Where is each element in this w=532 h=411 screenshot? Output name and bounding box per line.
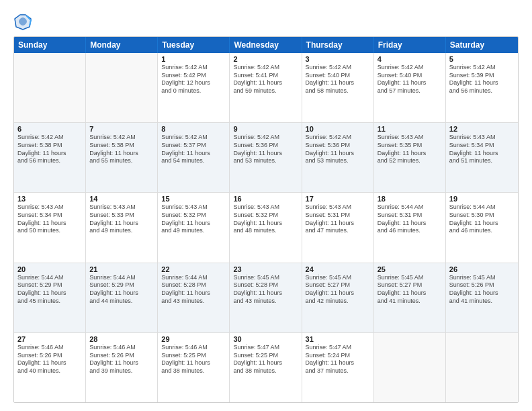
cell-line: and 41 minutes. xyxy=(378,298,442,306)
calendar-row: 20Sunrise: 5:44 AMSunset: 5:29 PMDayligh… xyxy=(14,263,518,333)
cell-line: and 53 minutes. xyxy=(306,157,370,165)
day-cell-25: 25Sunrise: 5:45 AMSunset: 5:27 PMDayligh… xyxy=(374,263,446,332)
cell-line: Sunset: 5:31 PM xyxy=(306,212,370,220)
cell-line: and 58 minutes. xyxy=(306,87,370,95)
cell-line: Sunrise: 5:43 AM xyxy=(17,203,82,212)
page: SundayMondayTuesdayWednesdayThursdayFrid… xyxy=(0,0,532,411)
cell-line: Daylight: 11 hours xyxy=(378,79,442,87)
header-day-thursday: Thursday xyxy=(302,37,374,53)
cell-line: and 52 minutes. xyxy=(378,157,442,165)
cell-line: and 56 minutes. xyxy=(449,87,515,95)
day-cell-31: 31Sunrise: 5:47 AMSunset: 5:24 PMDayligh… xyxy=(302,333,374,402)
cell-line: Sunset: 5:28 PM xyxy=(161,281,226,289)
cell-line: Sunset: 5:34 PM xyxy=(449,142,515,150)
day-cell-30: 30Sunrise: 5:47 AMSunset: 5:25 PMDayligh… xyxy=(230,333,302,402)
cell-line: Daylight: 11 hours xyxy=(233,220,298,228)
calendar: SundayMondayTuesdayWednesdayThursdayFrid… xyxy=(13,36,519,403)
cell-line: Sunrise: 5:43 AM xyxy=(306,203,370,212)
cell-line: Sunrise: 5:47 AM xyxy=(306,344,370,352)
day-cell-28: 28Sunrise: 5:46 AMSunset: 5:26 PMDayligh… xyxy=(86,333,158,402)
cell-line: Daylight: 11 hours xyxy=(89,150,154,158)
day-number: 4 xyxy=(378,55,442,63)
day-number: 19 xyxy=(449,195,515,203)
cell-line: Sunset: 5:25 PM xyxy=(233,352,298,360)
cell-line: Sunset: 5:42 PM xyxy=(161,72,226,80)
cell-line: Daylight: 11 hours xyxy=(306,150,370,158)
day-number: 3 xyxy=(306,55,370,63)
cell-line: Daylight: 11 hours xyxy=(449,150,515,158)
day-number: 1 xyxy=(161,55,226,63)
day-cell-18: 18Sunrise: 5:44 AMSunset: 5:31 PMDayligh… xyxy=(374,193,446,262)
cell-line: Sunset: 5:38 PM xyxy=(89,142,154,150)
cell-line: Sunrise: 5:46 AM xyxy=(17,344,82,352)
cell-line: Sunrise: 5:44 AM xyxy=(161,274,226,282)
day-number: 13 xyxy=(17,195,82,203)
cell-line: Sunrise: 5:43 AM xyxy=(378,134,442,142)
day-number: 2 xyxy=(233,55,298,63)
day-cell-22: 22Sunrise: 5:44 AMSunset: 5:28 PMDayligh… xyxy=(158,263,230,332)
cell-line: Sunrise: 5:46 AM xyxy=(89,344,154,352)
day-cell-20: 20Sunrise: 5:44 AMSunset: 5:29 PMDayligh… xyxy=(14,263,86,332)
day-cell-23: 23Sunrise: 5:45 AMSunset: 5:28 PMDayligh… xyxy=(230,263,302,332)
cell-line: and 39 minutes. xyxy=(89,367,154,375)
cell-line: Daylight: 11 hours xyxy=(17,220,82,228)
cell-line: Sunrise: 5:42 AM xyxy=(233,134,298,142)
logo-icon xyxy=(13,12,32,31)
cell-line: Sunset: 5:26 PM xyxy=(449,281,515,289)
empty-cell xyxy=(14,53,86,122)
cell-line: and 46 minutes. xyxy=(378,227,442,235)
day-number: 26 xyxy=(449,265,515,273)
cell-line: Sunrise: 5:42 AM xyxy=(378,64,442,72)
day-cell-13: 13Sunrise: 5:43 AMSunset: 5:34 PMDayligh… xyxy=(14,193,86,262)
cell-line: Daylight: 11 hours xyxy=(233,359,298,367)
cell-line: Sunrise: 5:46 AM xyxy=(161,344,226,352)
cell-line: and 40 minutes. xyxy=(17,367,82,375)
day-number: 5 xyxy=(449,55,515,63)
cell-line: Sunset: 5:32 PM xyxy=(161,212,226,220)
cell-line: Daylight: 11 hours xyxy=(306,289,370,298)
cell-line: Sunset: 5:30 PM xyxy=(449,212,515,220)
cell-line: Daylight: 11 hours xyxy=(233,150,298,158)
cell-line: Sunset: 5:35 PM xyxy=(378,142,442,150)
day-cell-21: 21Sunrise: 5:44 AMSunset: 5:29 PMDayligh… xyxy=(86,263,158,332)
day-number: 15 xyxy=(161,195,226,203)
cell-line: Daylight: 11 hours xyxy=(17,289,82,298)
cell-line: Sunrise: 5:43 AM xyxy=(89,203,154,212)
cell-line: Daylight: 11 hours xyxy=(17,150,82,158)
calendar-body: 1Sunrise: 5:42 AMSunset: 5:42 PMDaylight… xyxy=(14,53,518,402)
empty-cell xyxy=(446,333,518,402)
day-cell-11: 11Sunrise: 5:43 AMSunset: 5:35 PMDayligh… xyxy=(374,123,446,192)
day-number: 28 xyxy=(89,335,154,343)
cell-line: Daylight: 11 hours xyxy=(233,289,298,298)
cell-line: Daylight: 11 hours xyxy=(161,289,226,298)
day-number: 8 xyxy=(161,125,226,133)
cell-line: and 0 minutes. xyxy=(161,87,226,95)
day-cell-12: 12Sunrise: 5:43 AMSunset: 5:34 PMDayligh… xyxy=(446,123,518,192)
cell-line: Sunrise: 5:45 AM xyxy=(449,274,515,282)
cell-line: Daylight: 11 hours xyxy=(449,289,515,298)
day-cell-7: 7Sunrise: 5:42 AMSunset: 5:38 PMDaylight… xyxy=(86,123,158,192)
cell-line: Sunrise: 5:45 AM xyxy=(233,274,298,282)
empty-cell xyxy=(86,53,158,122)
cell-line: Sunrise: 5:44 AM xyxy=(17,274,82,282)
cell-line: and 48 minutes. xyxy=(233,227,298,235)
logo xyxy=(13,12,35,31)
cell-line: Sunrise: 5:42 AM xyxy=(306,64,370,72)
header-day-wednesday: Wednesday xyxy=(230,37,302,53)
day-cell-6: 6Sunrise: 5:42 AMSunset: 5:38 PMDaylight… xyxy=(14,123,86,192)
cell-line: Sunset: 5:38 PM xyxy=(17,142,82,150)
calendar-row: 13Sunrise: 5:43 AMSunset: 5:34 PMDayligh… xyxy=(14,193,518,263)
cell-line: Sunset: 5:40 PM xyxy=(378,72,442,80)
day-number: 11 xyxy=(378,125,442,133)
cell-line: Sunrise: 5:43 AM xyxy=(161,203,226,212)
day-number: 10 xyxy=(306,125,370,133)
day-number: 6 xyxy=(17,125,82,133)
cell-line: and 37 minutes. xyxy=(306,367,370,375)
day-number: 17 xyxy=(306,195,370,203)
day-cell-8: 8Sunrise: 5:42 AMSunset: 5:37 PMDaylight… xyxy=(158,123,230,192)
cell-line: Sunset: 5:37 PM xyxy=(161,142,226,150)
calendar-header: SundayMondayTuesdayWednesdayThursdayFrid… xyxy=(14,37,518,53)
calendar-row: 6Sunrise: 5:42 AMSunset: 5:38 PMDaylight… xyxy=(14,123,518,193)
cell-line: Sunset: 5:36 PM xyxy=(306,142,370,150)
cell-line: and 45 minutes. xyxy=(17,298,82,306)
